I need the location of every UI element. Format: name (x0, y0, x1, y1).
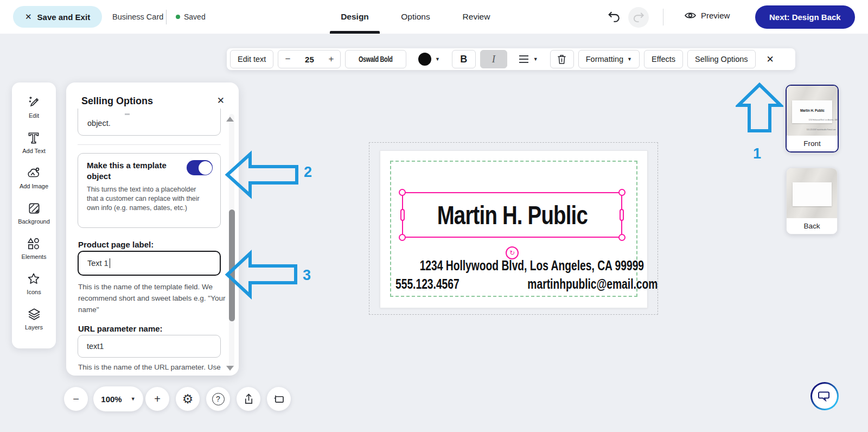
help-button[interactable]: ? (206, 387, 230, 411)
chat-bubble-icon (818, 391, 831, 402)
preview-label: Preview (701, 11, 730, 20)
font-family-button[interactable]: Oswald Bold (345, 50, 406, 68)
clipped-text-fragment (125, 113, 130, 115)
input-value: Text 1 (87, 259, 108, 268)
chevron-down-icon: ▼ (131, 396, 136, 402)
chevron-down-icon: ▼ (435, 56, 440, 62)
redo-button[interactable] (628, 7, 649, 28)
sidebar-item-edit[interactable]: Edit (27, 96, 41, 119)
delete-button[interactable] (550, 50, 574, 68)
sidebar-item-add-text[interactable]: Add Text (22, 131, 46, 154)
mini-card-address: 1234 Hollywood Blvd, Los Angeles, CA 999… (808, 119, 839, 120)
alignment-button[interactable]: ▼ (512, 50, 546, 68)
edit-text-button[interactable]: Edit text (230, 50, 273, 68)
text-color-button[interactable]: ▼ (411, 50, 448, 68)
italic-button[interactable]: I (480, 50, 507, 68)
selling-options-button[interactable]: Selling Options (687, 50, 756, 68)
chat-button[interactable] (810, 382, 839, 410)
card-address-text[interactable]: 1234 Hollywood Blvd, Los Angeles, CA 999… (420, 257, 644, 274)
sidebar-item-label: Edit (29, 112, 39, 119)
url-parameter-input[interactable]: text1 (78, 335, 221, 358)
font-size-stepper: − 25 + (278, 50, 341, 68)
thumbnail-front-label: Front (787, 136, 838, 151)
save-status: Saved (176, 12, 206, 21)
scrollbar-up-arrow[interactable] (226, 117, 234, 122)
template-object-card: Make this a template object This turns t… (78, 153, 221, 228)
thumbnail-back[interactable]: Back (786, 168, 838, 234)
clipped-scrolled-field: object. (78, 109, 221, 136)
zoom-in-button[interactable]: + (145, 387, 169, 411)
effects-button[interactable]: Effects (644, 50, 683, 68)
redo-icon (631, 10, 646, 24)
canvas-frame-button[interactable] (267, 387, 291, 411)
sidebar-item-label: Add Text (22, 148, 46, 154)
zoom-out-button[interactable]: − (64, 387, 88, 411)
product-label-helper-text: This is the name of the template field. … (78, 282, 232, 316)
settings-button[interactable]: ⚙ (176, 387, 200, 411)
sidebar-item-label: Add Image (20, 183, 48, 189)
sidebar-item-label: Elements (22, 253, 47, 260)
input-value: text1 (87, 342, 104, 351)
scrollbar-thumb[interactable] (229, 209, 235, 321)
text-caret (110, 258, 111, 268)
resize-handle-middle-right[interactable] (620, 209, 624, 221)
saved-label: Saved (184, 12, 206, 21)
panel-scroll-area: object. Make this a template object This… (66, 109, 239, 376)
chevron-down-icon: ▼ (627, 56, 632, 62)
sidebar-item-label: Icons (27, 289, 41, 295)
sidebar-item-icons[interactable]: Icons (27, 272, 41, 295)
panel-title: Selling Options (81, 96, 153, 107)
tab-design[interactable]: Design (330, 0, 380, 34)
url-parameter-helper-text: This is the name of the URL parameter. U… (78, 362, 232, 376)
mini-card-name: Martin H. Public (800, 109, 825, 112)
share-button[interactable] (237, 387, 260, 411)
template-toggle-label: Make this a template object (87, 160, 178, 181)
chevron-down-icon: ▼ (533, 56, 538, 62)
save-and-exit-button[interactable]: ✕ Save and Exit (13, 6, 102, 28)
thumbnail-back-preview (787, 168, 837, 220)
product-page-label-input[interactable]: Text 1 (78, 251, 221, 276)
top-bar: ✕ Save and Exit Business Card Saved Desi… (0, 0, 868, 34)
thumbnail-front[interactable]: Martin H. Public 1234 Hollywood Blvd, Lo… (786, 85, 839, 153)
template-toggle[interactable] (187, 160, 213, 175)
sidebar-item-layers[interactable]: Layers (25, 307, 43, 331)
sidebar-item-elements[interactable]: Elements (22, 237, 47, 260)
card-email-text[interactable]: martinhpublic@email.com (527, 276, 658, 293)
decrease-font-size-button[interactable]: − (278, 54, 297, 65)
business-card-canvas[interactable]: Martin H. Public ↻ 1234 Hollywood Blvd, … (380, 150, 648, 308)
resize-handle-bottom-right[interactable] (618, 234, 626, 241)
divider (166, 10, 167, 24)
tools-sidebar: Edit Add Text Add Image Background Eleme… (12, 82, 56, 348)
resize-handle-top-left[interactable] (399, 189, 406, 196)
zoom-level-value: 100% (101, 395, 122, 404)
text-toolbar: Edit text − 25 + Oswald Bold ▼ B I ▼ For… (227, 48, 795, 70)
resize-handle-middle-left[interactable] (400, 209, 405, 221)
bold-button[interactable]: B (452, 50, 476, 68)
annotation-arrow-up-1 (736, 82, 783, 134)
toolbar-close-button[interactable]: ✕ (760, 50, 781, 68)
zoom-level-dropdown[interactable]: 100% ▼ (93, 386, 143, 411)
sidebar-item-add-image[interactable]: Add Image (20, 166, 48, 189)
layers-icon (27, 307, 41, 321)
scrollbar-down-arrow[interactable] (226, 366, 234, 371)
divider (663, 9, 663, 26)
shapes-icon (27, 237, 41, 251)
undo-button[interactable] (607, 9, 623, 26)
selected-text-object[interactable]: Martin H. Public (402, 192, 622, 238)
panel-close-button[interactable]: ✕ (217, 95, 225, 106)
product-type-label: Business Card (112, 12, 163, 21)
resize-handle-top-right[interactable] (618, 189, 626, 196)
tab-options[interactable]: Options (394, 0, 437, 34)
resize-handle-bottom-left[interactable] (399, 234, 406, 241)
sidebar-item-background[interactable]: Background (18, 201, 50, 225)
annotation-number-1: 1 (753, 145, 761, 162)
mini-card-front: Martin H. Public 1234 Hollywood Blvd, Lo… (792, 100, 832, 123)
preview-button[interactable]: Preview (685, 11, 730, 20)
thumbnail-front-preview: Martin H. Public 1234 Hollywood Blvd, Lo… (787, 86, 838, 138)
template-toggle-description: This turns the text into a placeholder t… (87, 185, 200, 212)
card-phone-text[interactable]: 555.123.4567 (395, 276, 459, 293)
tab-review[interactable]: Review (455, 0, 498, 34)
formatting-button[interactable]: Formatting ▼ (578, 50, 640, 68)
next-design-back-button[interactable]: Next: Design Back (755, 5, 855, 29)
increase-font-size-button[interactable]: + (322, 54, 340, 65)
